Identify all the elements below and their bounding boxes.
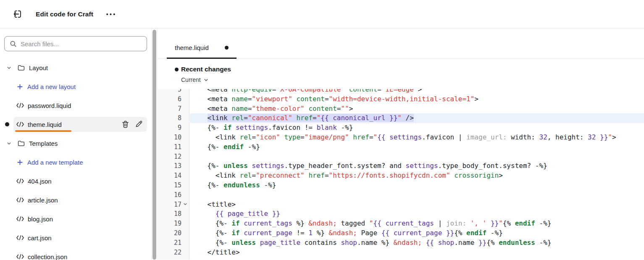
line-content: {%- if settings.favicon != blank -%}: [158, 123, 644, 133]
tab-bar: theme.liquid: [158, 29, 644, 59]
sidebar-scrollbar[interactable]: [151, 29, 158, 260]
sidebar-item-cart-json[interactable]: cart.json: [0, 230, 151, 245]
sidebar-item-password-liquid[interactable]: password.liquid: [0, 98, 151, 113]
scrollbar-thumb[interactable]: [152, 30, 156, 260]
code-line-17[interactable]: 17 <title>: [158, 200, 644, 210]
code-line-11[interactable]: 11 {%- endif -%}: [158, 142, 644, 152]
chevron-down-icon: [7, 141, 11, 146]
line-content: {%- if current_page != 1 %} &ndash; Page…: [158, 228, 644, 238]
sidebar-item-layout[interactable]: Layout: [0, 60, 151, 75]
editor: theme.liquid Recent changes Current 5 <m…: [158, 29, 644, 260]
sidebar-item-404-json[interactable]: 404.json: [0, 173, 151, 189]
topbar: Edit code for Craft: [0, 0, 644, 29]
code-line-15[interactable]: 15 {%- endunless -%}: [158, 181, 644, 190]
pencil-icon: [135, 121, 142, 128]
recent-changes-title: Recent changes: [181, 66, 231, 73]
line-content: {%- if current_tags %} &ndash; tagged "{…: [158, 219, 644, 228]
item-label: Add a new template: [27, 159, 83, 166]
sidebar: LayoutAdd a new layoutpassword.liquidthe…: [0, 29, 151, 260]
code-line-10[interactable]: 10 <link rel="icon" type="image/png" hre…: [158, 133, 644, 142]
folder-icon: [17, 139, 25, 147]
item-label: article.json: [28, 197, 58, 204]
code-line-5[interactable]: 5 <meta http-equiv="X-UA-Compatible" con…: [158, 89, 644, 95]
search-icon: [10, 40, 17, 47]
sidebar-item-theme-liquid[interactable]: theme.liquid: [13, 117, 147, 132]
version-dropdown[interactable]: Current: [175, 76, 208, 83]
line-content: {%- endif -%}: [158, 142, 644, 152]
code-line-16[interactable]: 16: [158, 190, 644, 200]
code-line-9[interactable]: 9 {%- if settings.favicon != blank -%}: [158, 123, 644, 133]
line-number: 12: [158, 152, 181, 162]
search-box: [4, 36, 147, 51]
code-file-icon: [16, 235, 24, 241]
line-content: <link rel="canonical" href="{{ canonical…: [158, 113, 644, 123]
code-line-22[interactable]: 22 </title>: [158, 248, 644, 257]
code-line-8[interactable]: 8 <link rel="canonical" href="{{ canonic…: [158, 113, 644, 123]
line-number: 16: [158, 190, 181, 200]
line-content: <link rel="icon" type="image/png" href="…: [158, 133, 644, 142]
code-file-icon: [16, 178, 24, 184]
tab-label: theme.liquid: [175, 44, 209, 51]
plus-icon: [17, 159, 23, 165]
code-file-icon: [16, 197, 24, 203]
code-editor[interactable]: 5 <meta http-equiv="X-UA-Compatible" con…: [158, 89, 644, 260]
item-label: password.liquid: [28, 102, 71, 109]
file-tree: LayoutAdd a new layoutpassword.liquidthe…: [0, 60, 151, 260]
item-label: theme.liquid: [28, 121, 62, 128]
recent-changes-panel: Recent changes Current: [158, 59, 644, 89]
plus-icon: [17, 84, 23, 90]
code-lines: 5 <meta http-equiv="X-UA-Compatible" con…: [158, 89, 644, 257]
chevron-down-icon: [204, 78, 208, 82]
trash-icon: [122, 121, 129, 128]
version-label: Current: [181, 76, 201, 83]
line-content: <link rel="preconnect" href="https://fon…: [158, 171, 644, 181]
code-line-19[interactable]: 19 {%- if current_tags %} &ndash; tagged…: [158, 219, 644, 228]
line-content: {%- endunless -%}: [158, 181, 644, 190]
unsaved-dot: [5, 122, 9, 126]
code-line-13[interactable]: 13 {%- unless settings.type_header_font.…: [158, 161, 644, 171]
item-label: cart.json: [28, 234, 52, 242]
line-content: <meta name="theme-color" content="">: [158, 104, 644, 114]
item-label: 404.json: [28, 178, 52, 185]
code-line-21[interactable]: 21 {%- unless page_title contains shop.n…: [158, 238, 644, 248]
more-menu-button[interactable]: [104, 11, 117, 17]
line-content: {%- unless settings.type_header_font.sys…: [158, 161, 644, 171]
sidebar-item-templates[interactable]: Templates: [0, 136, 151, 151]
chevron-down-icon: [7, 66, 11, 70]
rename-file-button[interactable]: [134, 120, 143, 129]
selected-file-underline: [15, 130, 71, 132]
sidebar-item-article-json[interactable]: article.json: [0, 192, 151, 207]
sidebar-item-collection-json[interactable]: collection.json: [0, 249, 151, 260]
code-line-14[interactable]: 14 <link rel="preconnect" href="https://…: [158, 171, 644, 181]
line-content: </title>: [158, 248, 644, 257]
line-content: {{ page_title }}: [158, 209, 644, 219]
code-line-12[interactable]: 12: [158, 152, 644, 162]
sidebar-item-blog-json[interactable]: blog.json: [0, 211, 151, 226]
folder-icon: [17, 64, 25, 72]
code-line-20[interactable]: 20 {%- if current_page != 1 %} &ndash; P…: [158, 228, 644, 238]
sidebar-item-add-a-new-template[interactable]: Add a new template: [0, 155, 151, 170]
code-file-icon: [16, 216, 24, 222]
item-label: Add a new layout: [27, 83, 76, 90]
exit-icon: [13, 10, 22, 18]
unsaved-dot: [225, 46, 229, 50]
text-selection: <link rel="canonical" href="{{ canonical…: [208, 114, 414, 122]
code-line-18[interactable]: 18 {{ page_title }}: [158, 209, 644, 219]
changes-dot: [175, 68, 179, 71]
code-line-6[interactable]: 6 <meta name="viewport" content="width=d…: [158, 95, 644, 104]
page-title: Edit code for Craft: [36, 11, 93, 18]
sidebar-item-add-a-new-layout[interactable]: Add a new layout: [0, 79, 151, 94]
horizontal-dots-icon: [106, 13, 116, 16]
file-actions: [121, 120, 147, 129]
item-label: collection.json: [28, 253, 67, 260]
line-content: <meta name="viewport" content="width=dev…: [158, 95, 644, 104]
line-content: <meta http-equiv="X-UA-Compatible" conte…: [158, 89, 644, 95]
exit-button[interactable]: [11, 8, 24, 20]
item-label: blog.json: [28, 215, 53, 223]
code-file-icon: [16, 121, 24, 127]
code-line-7[interactable]: 7 <meta name="theme-color" content="">: [158, 104, 644, 114]
item-label: Templates: [29, 140, 58, 147]
tab-theme-liquid[interactable]: theme.liquid: [167, 38, 237, 59]
search-input[interactable]: [21, 40, 142, 47]
delete-file-button[interactable]: [121, 120, 130, 129]
